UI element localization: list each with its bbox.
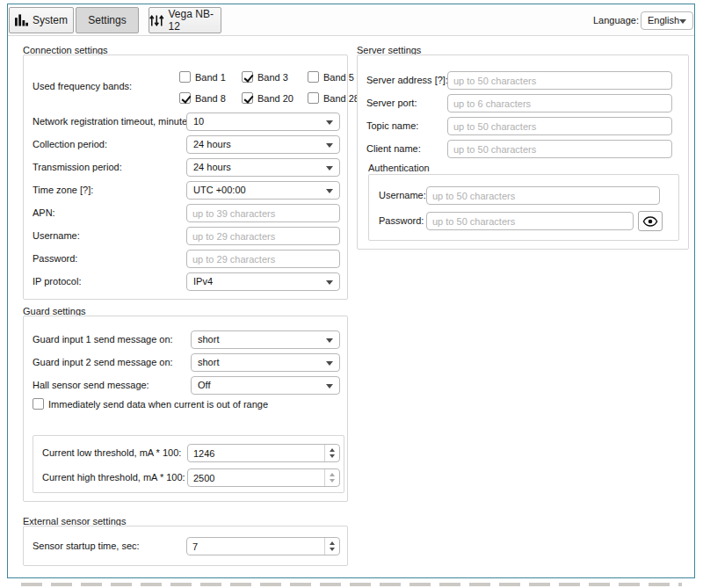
checkbox-box[interactable]	[179, 71, 191, 83]
ip-protocol-select[interactable]: IPv4	[186, 272, 340, 291]
checkbox-label: Immediately send data when current is ou…	[48, 399, 268, 410]
guard-input-1-select[interactable]: short	[191, 330, 340, 349]
checkbox-label: Band 3	[257, 72, 288, 83]
hall-sensor-select[interactable]: Off	[191, 376, 340, 395]
combo-value: 24 hours	[193, 136, 231, 153]
combo-value: IPv4	[193, 273, 213, 290]
combo-value: Off	[198, 377, 210, 394]
tab-label: Settings	[88, 14, 126, 26]
checkbox-band-1[interactable]: Band 1	[179, 71, 226, 83]
spinner-buttons[interactable]	[324, 538, 339, 555]
combo-value: UTC +00:00	[193, 182, 246, 199]
checkbox-box[interactable]	[242, 92, 253, 104]
spinner-buttons[interactable]	[324, 469, 339, 486]
field-label: Current low threshold, mA * 100:	[42, 444, 181, 462]
signal-bars-icon	[15, 14, 28, 26]
server-address-input[interactable]	[447, 71, 672, 90]
bands-label: Used frequency bands:	[33, 77, 132, 96]
checkbox-band-20[interactable]: Band 20	[242, 92, 294, 104]
field-label: Current high threshold, mA * 100:	[42, 468, 185, 487]
tab-vega-nb12[interactable]: Vega NB-12	[149, 7, 221, 33]
apn-password-input[interactable]	[186, 250, 340, 268]
field-label: Transmission period:	[33, 158, 122, 177]
checkbox-box[interactable]	[33, 398, 44, 410]
field-label: Username:	[379, 186, 426, 205]
chevron-down-icon	[326, 189, 333, 193]
checkbox-label: Band 8	[195, 93, 226, 104]
client-name-input[interactable]	[447, 140, 672, 158]
checkbox-box[interactable]	[179, 92, 191, 104]
time-zone-select[interactable]: UTC +00:00	[186, 181, 340, 200]
authentication-title: Authentication	[368, 163, 430, 173]
spinner-value[interactable]	[187, 538, 323, 555]
page-artifact-dashes	[21, 583, 682, 586]
language-select[interactable]: English	[641, 11, 693, 30]
field-label: Sensor startup time, sec:	[33, 537, 140, 555]
checkbox-band-3[interactable]: Band 3	[242, 71, 288, 83]
setting-row: Server address [?]:	[366, 71, 684, 90]
transmission-period-select[interactable]: 24 hours	[186, 158, 340, 177]
setting-row: Sensor startup time, sec:	[33, 537, 343, 555]
chevron-down-icon	[326, 361, 333, 366]
tab-system[interactable]: System	[9, 7, 74, 33]
guard-input-2-select[interactable]: short	[191, 353, 340, 372]
checkbox-box[interactable]	[308, 92, 319, 104]
spin-down-icon[interactable]	[330, 454, 335, 458]
spinner-buttons[interactable]	[324, 445, 339, 461]
checkbox-label: Band 28	[323, 93, 359, 104]
spin-down-icon[interactable]	[330, 548, 335, 551]
checkbox-box[interactable]	[242, 71, 253, 83]
language-label: Language:	[593, 11, 639, 30]
spin-up-icon[interactable]	[330, 448, 335, 452]
auth-password-input[interactable]	[426, 212, 634, 230]
tab-bar: System Settings Vega NB-12 Language: Eng…	[8, 4, 694, 36]
field-label: Client name:	[366, 140, 421, 158]
setting-row: Guard input 2 send message on: short	[33, 353, 343, 372]
collection-period-select[interactable]: 24 hours	[186, 135, 340, 154]
setting-row: Current low threshold, mA * 100:	[42, 444, 339, 462]
sensor-startup-time-spinner[interactable]	[186, 537, 340, 555]
chevron-down-icon	[326, 338, 333, 343]
network-timeout-select[interactable]: 10	[186, 113, 340, 131]
field-label: Server address [?]:	[366, 71, 448, 90]
field-label: Guard input 1 send message on:	[33, 330, 173, 349]
spinner-value[interactable]	[188, 445, 323, 461]
setting-row: APN:	[33, 204, 343, 222]
topic-name-input[interactable]	[447, 117, 672, 135]
setting-row: Password:	[33, 250, 343, 268]
checkbox-band-8[interactable]: Band 8	[179, 92, 226, 104]
spinner-value[interactable]	[188, 469, 323, 486]
current-low-threshold-spinner[interactable]	[187, 444, 340, 462]
field-label: Password:	[33, 250, 77, 268]
show-password-button[interactable]	[638, 211, 663, 231]
checkbox-band-28[interactable]: Band 28	[308, 92, 359, 104]
checkbox-band-5[interactable]: Band 5	[308, 71, 354, 83]
setting-row: Time zone [?]: UTC +00:00	[33, 181, 343, 200]
setting-row: IP protocol: IPv4	[33, 272, 343, 291]
checkbox-immediate-send[interactable]: Immediately send data when current is ou…	[33, 398, 268, 410]
checkbox-label: Band 20	[257, 93, 294, 104]
guard-settings-group: Guard input 1 send message on: short Gua…	[23, 316, 348, 502]
setting-row: Client name:	[366, 140, 684, 158]
combo-value: short	[198, 331, 219, 348]
apn-username-input[interactable]	[186, 227, 340, 245]
auth-username-input[interactable]	[426, 186, 660, 205]
chevron-down-icon	[326, 143, 333, 148]
spin-up-icon[interactable]	[330, 473, 335, 476]
spin-up-icon[interactable]	[330, 541, 335, 545]
current-thresholds-group: Current low threshold, mA * 100: Current…	[33, 435, 344, 493]
current-high-threshold-spinner[interactable]	[187, 468, 340, 487]
setting-row: Current high threshold, mA * 100:	[42, 468, 339, 487]
chevron-down-icon	[326, 120, 333, 125]
field-label: Network registration timeout, minutes:	[33, 113, 195, 131]
apn-input[interactable]	[186, 204, 340, 222]
checkbox-box[interactable]	[308, 71, 319, 83]
chevron-down-icon	[326, 166, 333, 171]
combo-value: 24 hours	[193, 159, 231, 176]
server-settings-group: Server address [?]: Server port: Topic n…	[357, 54, 689, 250]
spin-down-icon[interactable]	[330, 479, 335, 483]
tab-settings[interactable]: Settings	[76, 7, 139, 33]
server-port-input[interactable]	[447, 94, 672, 113]
checkbox-label: Band 5	[323, 72, 354, 83]
setting-row: Password:	[379, 212, 674, 230]
